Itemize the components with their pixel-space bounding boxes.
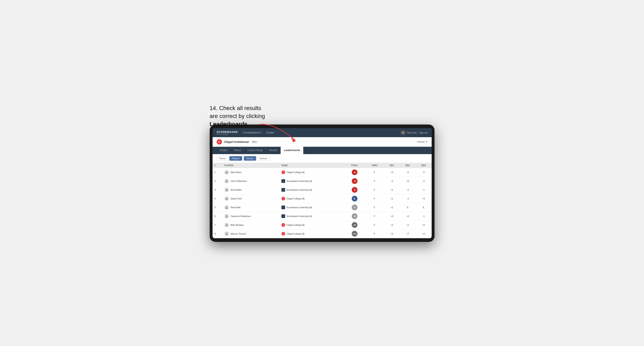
table-row: 4David FordCClippd College [A]EF+1-4+3 — [212, 194, 432, 203]
cell-total: +11 — [344, 229, 365, 238]
cell-rd2: E — [400, 203, 416, 212]
player-name: Cameron Robertson — [230, 215, 251, 217]
cell-player: Elliot Ebert — [222, 168, 279, 177]
col-thru: THRU — [365, 163, 384, 168]
team-logo: C — [282, 223, 285, 227]
tournament-name: Clippd Invitational — [224, 140, 249, 144]
team-name: Clippd College [A] — [286, 232, 304, 235]
filter-bar: Teams Players Scores Strokes — [212, 154, 432, 163]
player-avatar — [224, 231, 229, 236]
cell-player: David Ford — [222, 194, 279, 203]
cell-rd1: +1 — [384, 185, 400, 194]
svg-point-4 — [226, 197, 227, 199]
team-logo: ≡ — [282, 205, 285, 209]
team-logo: C — [282, 171, 285, 174]
cell-rank: 1 — [212, 168, 222, 177]
table-row: 2Chris Robertson≡Scoreboard University [… — [212, 177, 432, 185]
tab-teams[interactable]: Teams — [230, 147, 244, 154]
player-name: David Ford — [230, 197, 242, 200]
cell-rd3: -1 — [416, 185, 432, 194]
tournament-title-row: C Clippd Invitational Men — [217, 139, 258, 145]
signout-link[interactable]: Sign out — [419, 132, 427, 134]
cell-rd1: +1 — [384, 194, 400, 203]
cell-player: Cameron Robertson — [222, 212, 279, 221]
cell-rd1: +1 — [384, 203, 400, 212]
cell-rd3: +2 — [416, 229, 432, 238]
cell-rd3: +6 — [416, 221, 432, 229]
cell-rd2: +5 — [400, 177, 416, 185]
cancel-icon: ✕ — [426, 141, 428, 143]
cell-rd2: -4 — [400, 194, 416, 203]
scoreboard-logo: SCOREBOARD Powered by clippd — [217, 131, 238, 135]
cell-rd2: +7 — [400, 229, 416, 238]
cell-rd3: -1 — [416, 212, 432, 221]
team-name: Scoreboard University [A] — [286, 180, 312, 182]
cell-thru: F — [365, 221, 384, 229]
page-wrapper: 14. Check all results are correct by cli… — [210, 104, 434, 242]
logo-main-text: SCOREBOARD — [217, 131, 238, 134]
cell-thru: F — [365, 229, 384, 238]
cell-thru: F — [365, 212, 384, 221]
team-logo: ≡ — [282, 214, 285, 218]
cell-team: ≡Scoreboard University [A] — [280, 212, 344, 221]
col-rd1: RD1 — [384, 163, 400, 168]
team-name: Scoreboard University [A] — [286, 189, 312, 191]
cell-rank: 2 — [212, 177, 222, 185]
score-badge: +1 — [352, 204, 358, 210]
filter-players[interactable]: Players — [229, 156, 242, 161]
instruction-line3: Leaderboards. — [210, 121, 249, 127]
svg-point-1 — [226, 171, 227, 172]
table-row: 5Rees Britt≡Scoreboard University [A]+1F… — [212, 203, 432, 212]
player-avatar — [224, 223, 229, 227]
cell-rd3: -4 — [416, 177, 432, 185]
team-name: Scoreboard University [A] — [286, 215, 312, 217]
col-team: TEAM — [280, 163, 344, 168]
score-badge: -2 — [352, 187, 358, 193]
score-badge: -8 — [352, 170, 358, 175]
team-logo: ≡ — [282, 179, 285, 183]
player-name: Rich Butler — [230, 189, 242, 191]
filter-scores[interactable]: Scores — [244, 156, 256, 161]
tournament-header: C Clippd Invitational Men Cancel ✕ — [212, 137, 432, 147]
team-logo: ≡ — [282, 188, 285, 192]
cell-rd3: E — [416, 203, 432, 212]
instruction-line2: are correct by clicking — [210, 113, 265, 119]
team-logo: C — [282, 197, 285, 200]
cell-rank: 5 — [212, 203, 222, 212]
cell-total: +6 — [344, 212, 365, 221]
cell-rd1: +3 — [384, 168, 400, 177]
cell-player: Rees Britt — [222, 203, 279, 212]
cell-team: CClippd College [A] — [280, 221, 344, 229]
col-rd3: RD3 — [416, 163, 432, 168]
team-name: Scoreboard University [A] — [286, 206, 312, 209]
score-badge: -4 — [352, 178, 358, 184]
cell-rd3: -5 — [416, 168, 432, 177]
arrow-indicator — [255, 120, 308, 149]
player-avatar — [224, 196, 229, 201]
team-name: Clippd College [A] — [286, 224, 304, 226]
team-logo: C — [282, 232, 285, 236]
cancel-button[interactable]: Cancel ✕ — [417, 141, 427, 143]
cell-team: ≡Scoreboard University [A] — [280, 185, 344, 194]
player-name: Chris Robertson — [230, 180, 247, 182]
cell-player: Rich Butler — [222, 185, 279, 194]
cell-total: -2 — [344, 185, 365, 194]
cell-rd2: +1 — [400, 221, 416, 229]
cell-rd1: +2 — [384, 221, 400, 229]
col-rank: # — [212, 163, 222, 168]
filter-teams[interactable]: Teams — [217, 156, 228, 161]
player-avatar — [224, 179, 229, 183]
player-name: Blair McHarg — [230, 224, 244, 226]
cell-rank: 4 — [212, 194, 222, 203]
user-avatar: TU — [401, 131, 405, 135]
cell-thru: F — [365, 203, 384, 212]
player-name: Rees Britt — [230, 206, 240, 209]
cell-rd1: +5 — [384, 212, 400, 221]
tablet-screen: SCOREBOARD Powered by clippd TOURNAMENTS… — [212, 128, 432, 238]
cell-rd2: -6 — [400, 168, 416, 177]
tab-details[interactable]: Details — [217, 147, 231, 154]
svg-point-8 — [226, 232, 227, 234]
tab-nav: Details Teams Course Setup Results Leade… — [212, 147, 432, 154]
filter-strokes[interactable]: Strokes — [257, 156, 270, 161]
cancel-label: Cancel — [417, 141, 424, 143]
